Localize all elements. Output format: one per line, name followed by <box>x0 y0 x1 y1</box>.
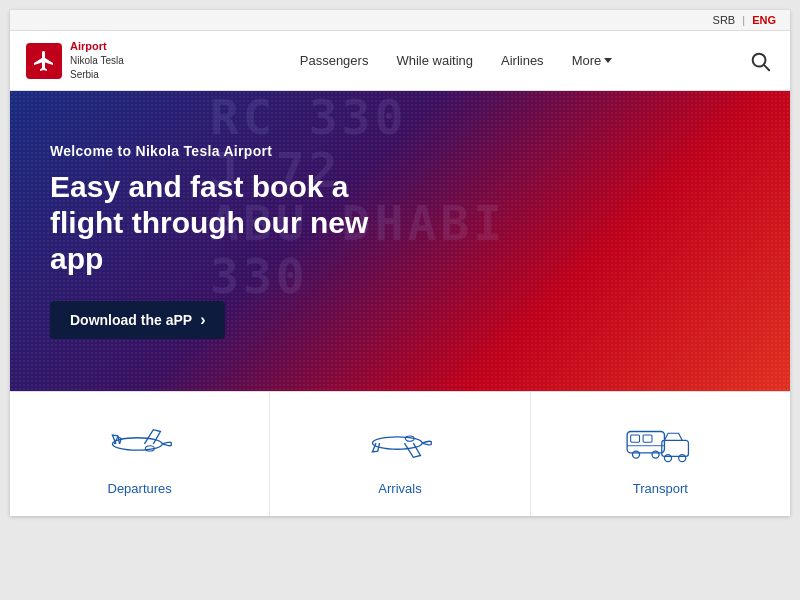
svg-point-13 <box>665 455 672 462</box>
svg-rect-7 <box>631 435 640 442</box>
arrow-icon: › <box>200 311 205 329</box>
logo-icon <box>26 43 62 79</box>
arrivals-icon <box>360 416 440 471</box>
hero-content: Welcome to Nikola Tesla Airport Easy and… <box>50 143 410 339</box>
svg-rect-8 <box>643 435 652 442</box>
hero-section: RC 330 J 72 ABU DHABI 330 Welcome to Nik… <box>10 91 790 391</box>
transport-item[interactable]: Transport <box>531 392 790 516</box>
search-button[interactable] <box>746 47 774 75</box>
chevron-down-icon <box>604 58 612 63</box>
svg-point-14 <box>679 455 686 462</box>
hero-subtitle: Welcome to Nikola Tesla Airport <box>50 143 410 159</box>
nav-while-waiting[interactable]: While waiting <box>396 53 473 68</box>
bottom-section: Departures Arrivals <box>10 391 790 516</box>
nav-more[interactable]: More <box>572 53 613 68</box>
lang-separator: | <box>742 14 745 26</box>
departures-label: Departures <box>108 481 172 496</box>
download-btn-label: Download the aPP <box>70 312 192 328</box>
logo-nikola-tesla: Nikola Tesla <box>70 54 124 68</box>
arrivals-item[interactable]: Arrivals <box>270 392 530 516</box>
logo-area[interactable]: Airport Nikola Tesla Serbia <box>26 39 166 82</box>
download-app-button[interactable]: Download the aPP › <box>50 301 225 339</box>
nav-airlines[interactable]: Airlines <box>501 53 544 68</box>
departures-item[interactable]: Departures <box>10 392 270 516</box>
svg-line-1 <box>764 65 769 70</box>
header: Airport Nikola Tesla Serbia Passengers W… <box>10 31 790 91</box>
logo-airport: Airport <box>70 39 124 54</box>
logo-serbia: Serbia <box>70 68 124 82</box>
hero-title: Easy and fast book a flight through our … <box>50 169 410 277</box>
departures-icon <box>100 416 180 471</box>
nav-passengers[interactable]: Passengers <box>300 53 369 68</box>
page-wrapper: SRB | ENG Airport Nikola Tesla Serbia Pa… <box>10 10 790 516</box>
svg-point-10 <box>652 451 659 458</box>
logo-text: Airport Nikola Tesla Serbia <box>70 39 124 82</box>
svg-point-9 <box>633 451 640 458</box>
transport-icon <box>620 416 700 471</box>
language-bar: SRB | ENG <box>10 10 790 31</box>
svg-rect-12 <box>662 441 689 457</box>
main-nav: Passengers While waiting Airlines More <box>166 53 746 68</box>
lang-eng[interactable]: ENG <box>752 14 776 26</box>
arrivals-label: Arrivals <box>378 481 421 496</box>
svg-point-4 <box>372 437 422 449</box>
transport-label: Transport <box>633 481 688 496</box>
lang-srb[interactable]: SRB <box>713 14 736 26</box>
